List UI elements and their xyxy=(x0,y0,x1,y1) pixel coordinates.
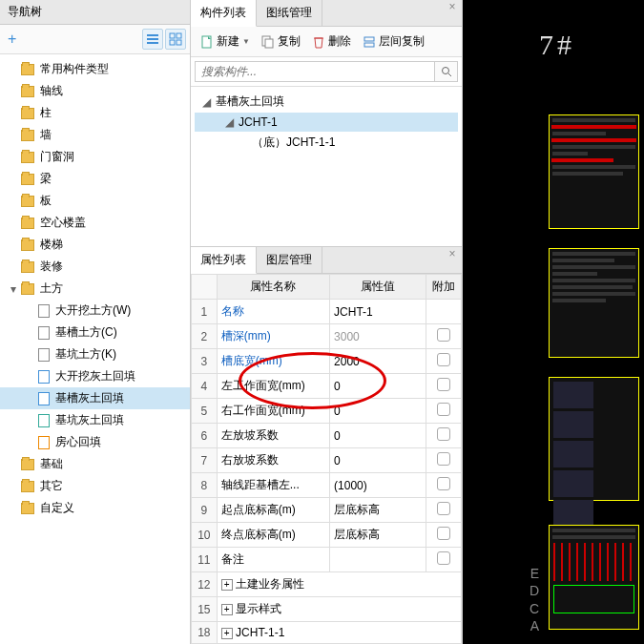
component-tree-item[interactable]: ◢JCHT-1 xyxy=(195,113,458,132)
tab[interactable]: 属性列表 xyxy=(191,247,257,274)
search-button[interactable] xyxy=(435,61,458,82)
nav-item[interactable]: 空心楼盖 xyxy=(0,212,190,234)
nav-title: 导航树 xyxy=(8,4,42,20)
nav-tree[interactable]: 常用构件类型轴线柱墙门窗洞梁板空心楼盖楼梯装修▾土方大开挖土方(W)基槽土方(C… xyxy=(0,54,190,644)
property-row[interactable]: 4左工作面宽(mm)0 xyxy=(192,374,462,399)
delete-button[interactable]: 删除 xyxy=(306,31,357,52)
svg-rect-4 xyxy=(177,33,181,38)
add-button[interactable]: + xyxy=(4,31,20,48)
nav-item[interactable]: 常用构件类型 xyxy=(0,58,190,80)
nav-item[interactable]: 自定义 xyxy=(0,497,190,519)
component-tree-item[interactable]: （底）JCHT-1-1 xyxy=(195,132,458,154)
tab[interactable]: 图纸管理 xyxy=(257,0,322,26)
view-list-button[interactable] xyxy=(142,29,163,50)
property-row[interactable]: 8轴线距基槽左...(1000) xyxy=(192,473,462,498)
svg-rect-12 xyxy=(364,43,374,47)
nav-item[interactable]: 大开挖土方(W) xyxy=(0,300,190,322)
property-row[interactable]: 18+ JCHT-1-1 xyxy=(192,622,462,644)
nav-item[interactable]: 门窗洞 xyxy=(0,146,190,168)
tab[interactable]: 图层管理 xyxy=(257,247,322,273)
nav-item[interactable]: 柱 xyxy=(0,102,190,124)
new-button[interactable]: 新建▼ xyxy=(195,31,256,52)
nav-item[interactable]: 其它 xyxy=(0,475,190,497)
svg-rect-2 xyxy=(147,42,158,44)
drawing-label: 7# xyxy=(539,29,575,61)
close-icon[interactable]: × xyxy=(443,247,462,273)
property-row[interactable]: 10终点底标高(m)层底标高 xyxy=(192,523,462,548)
nav-item[interactable]: 大开挖灰土回填 xyxy=(0,365,190,387)
property-row[interactable]: 6左放坡系数0 xyxy=(192,424,462,448)
property-row[interactable]: 1名称JCHT-1 xyxy=(192,300,462,324)
copy-button[interactable]: 复制 xyxy=(256,31,306,52)
component-tree-item[interactable]: ◢基槽灰土回填 xyxy=(195,91,458,113)
property-row[interactable]: 7右放坡系数0 xyxy=(192,448,462,473)
svg-rect-6 xyxy=(177,40,181,45)
nav-item[interactable]: 基槽土方(C) xyxy=(0,322,190,343)
property-row[interactable]: 3槽底宽(mm)2000 xyxy=(192,349,462,374)
nav-item[interactable]: 楼梯 xyxy=(0,234,190,256)
drawing-viewport[interactable]: 7# EDCA xyxy=(463,0,644,644)
svg-point-13 xyxy=(442,68,448,74)
component-tabs: 构件列表图纸管理× xyxy=(191,0,462,27)
svg-rect-3 xyxy=(170,33,175,38)
nav-item[interactable]: 装修 xyxy=(0,256,190,278)
close-icon[interactable]: × xyxy=(443,0,462,26)
svg-rect-11 xyxy=(364,37,374,41)
nav-item[interactable]: 房心回填 xyxy=(0,431,190,453)
tab[interactable]: 构件列表 xyxy=(191,0,257,27)
svg-rect-1 xyxy=(147,38,158,40)
nav-item[interactable]: 板 xyxy=(0,190,190,212)
property-row[interactable]: 15+ 显示样式 xyxy=(192,597,462,622)
svg-line-14 xyxy=(448,73,451,76)
floorcopy-button[interactable]: 层间复制 xyxy=(357,31,430,52)
nav-item[interactable]: 基槽灰土回填 xyxy=(0,387,190,409)
svg-rect-0 xyxy=(147,34,158,36)
property-tabs: 属性列表图层管理× xyxy=(191,247,462,274)
search-input[interactable] xyxy=(195,61,435,82)
nav-item[interactable]: 基坑土方(K) xyxy=(0,343,190,365)
nav-item[interactable]: 轴线 xyxy=(0,80,190,102)
property-row[interactable]: 12+ 土建业务属性 xyxy=(192,572,462,597)
nav-item[interactable]: 梁 xyxy=(0,168,190,190)
property-row[interactable]: 11备注 xyxy=(192,548,462,572)
svg-rect-5 xyxy=(170,40,175,45)
nav-item[interactable]: ▾土方 xyxy=(0,278,190,300)
axis-labels: EDCA xyxy=(530,565,539,634)
property-row[interactable]: 9起点底标高(m)层底标高 xyxy=(192,498,462,523)
nav-item[interactable]: 基础 xyxy=(0,453,190,475)
nav-item[interactable]: 墙 xyxy=(0,124,190,146)
property-row[interactable]: 2槽深(mm)3000 xyxy=(192,324,462,349)
nav-item[interactable]: 基坑灰土回填 xyxy=(0,409,190,431)
view-grid-button[interactable] xyxy=(165,29,186,50)
property-table: 属性名称 属性值 附加 1名称JCHT-12槽深(mm)30003槽底宽(mm)… xyxy=(191,274,462,644)
component-tree[interactable]: ◢基槽灰土回填◢JCHT-1（底）JCHT-1-1 xyxy=(191,87,462,246)
svg-rect-9 xyxy=(265,39,273,48)
property-row[interactable]: 5右工作面宽(mm)0 xyxy=(192,399,462,424)
